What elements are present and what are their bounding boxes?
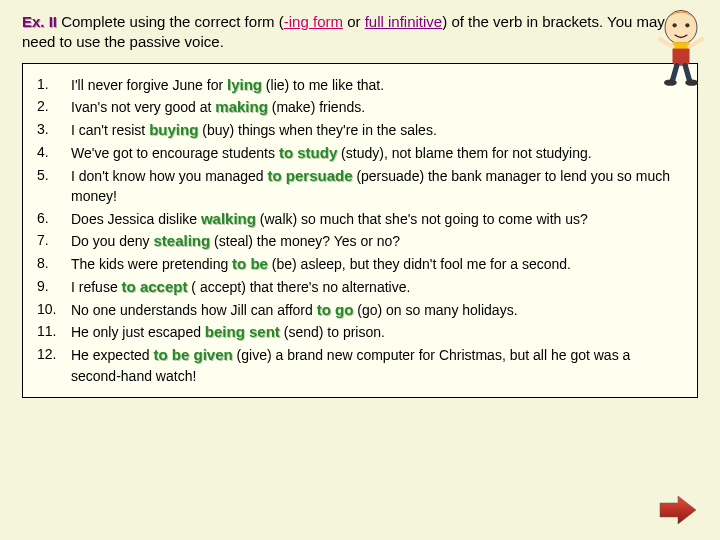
answer: to go <box>317 301 354 318</box>
sentence-post: (lie) to me like that. <box>262 77 384 93</box>
sentence-pre: The kids were pretending <box>71 256 232 272</box>
answer: lying <box>227 76 262 93</box>
item-number: 12. <box>37 344 71 386</box>
answer: to study <box>279 144 337 161</box>
list-item: 10.No one understands how Jill can affor… <box>37 299 683 321</box>
answer: stealing <box>154 232 211 249</box>
sentence-post: (send) to prison. <box>280 324 385 340</box>
list-item: 1.I'll never forgive June for lying (lie… <box>37 74 683 96</box>
instruction-text: Ex. II Complete using the correct form (… <box>22 12 698 53</box>
item-number: 4. <box>37 142 71 164</box>
svg-point-2 <box>685 23 689 27</box>
sentence-post: (steal) the money? Yes or no? <box>210 233 400 249</box>
item-number: 3. <box>37 119 71 141</box>
svg-rect-4 <box>673 42 690 48</box>
answer: being sent <box>205 323 280 340</box>
item-number: 9. <box>37 276 71 298</box>
item-number: 5. <box>37 165 71 207</box>
next-arrow-icon[interactable] <box>658 494 698 526</box>
sentence-pre: I'll never forgive June for <box>71 77 227 93</box>
item-text: No one understands how Jill can afford t… <box>71 299 683 321</box>
list-item: 2.Ivan's not very good at making (make) … <box>37 96 683 118</box>
list-item: 4.We've got to encourage students to stu… <box>37 142 683 164</box>
exercise-label: Ex. II <box>22 13 57 30</box>
item-number: 11. <box>37 321 71 343</box>
answer: to be given <box>154 346 233 363</box>
sentence-pre: I don't know how you managed <box>71 168 267 184</box>
svg-point-0 <box>665 10 697 44</box>
sentence-post: (go) on so many holidays. <box>353 302 517 318</box>
answer: making <box>215 98 268 115</box>
sentence-post: (buy) things when they're in the sales. <box>198 122 436 138</box>
list-item: 5.I don't know how you managed to persua… <box>37 165 683 207</box>
sentence-pre: I refuse <box>71 279 122 295</box>
item-number: 8. <box>37 253 71 275</box>
item-text: We've got to encourage students to study… <box>71 142 683 164</box>
item-number: 1. <box>37 74 71 96</box>
item-text: I can't resist buying (buy) things when … <box>71 119 683 141</box>
sentence-post: (walk) so much that she's not going to c… <box>256 211 588 227</box>
exercise-list: 1.I'll never forgive June for lying (lie… <box>22 63 698 399</box>
sentence-pre: He expected <box>71 347 154 363</box>
answer: to persuade <box>267 167 352 184</box>
ing-form-link: -ing form <box>284 13 343 30</box>
item-text: Does Jessica dislike walking (walk) so m… <box>71 208 683 230</box>
item-number: 2. <box>37 96 71 118</box>
item-text: Do you deny stealing (steal) the money? … <box>71 230 683 252</box>
answer: to accept <box>122 278 188 295</box>
svg-point-9 <box>664 79 677 85</box>
slide-container: Ex. II Complete using the correct form (… <box>0 0 720 410</box>
sentence-pre: Does Jessica dislike <box>71 211 201 227</box>
list-item: 6.Does Jessica dislike walking (walk) so… <box>37 208 683 230</box>
list-item: 3.I can't resist buying (buy) things whe… <box>37 119 683 141</box>
sentence-pre: No one understands how Jill can afford <box>71 302 317 318</box>
sentence-pre: Do you deny <box>71 233 154 249</box>
list-item: 9.I refuse to accept ( accept) that ther… <box>37 276 683 298</box>
list-item: 12.He expected to be given (give) a bran… <box>37 344 683 386</box>
or-text: or <box>343 13 365 30</box>
svg-line-8 <box>685 66 689 81</box>
item-number: 7. <box>37 230 71 252</box>
answer: buying <box>149 121 198 138</box>
instruction-part1: Complete using the correct form ( <box>57 13 284 30</box>
item-text: He only just escaped being sent (send) t… <box>71 321 683 343</box>
item-number: 6. <box>37 208 71 230</box>
sentence-pre: Ivan's not very good at <box>71 99 215 115</box>
svg-marker-11 <box>660 496 696 524</box>
svg-point-10 <box>685 79 698 85</box>
sentence-post: ( accept) that there's no alternative. <box>187 279 410 295</box>
item-text: I don't know how you managed to persuade… <box>71 165 683 207</box>
item-text: Ivan's not very good at making (make) fr… <box>71 96 683 118</box>
sentence-post: (make) friends. <box>268 99 365 115</box>
item-text: He expected to be given (give) a brand n… <box>71 344 683 386</box>
list-item: 8.The kids were pretending to be (be) as… <box>37 253 683 275</box>
sentence-pre: He only just escaped <box>71 324 205 340</box>
item-text: I'll never forgive June for lying (lie) … <box>71 74 683 96</box>
svg-line-7 <box>673 66 677 81</box>
answer: to be <box>232 255 268 272</box>
svg-point-1 <box>673 23 677 27</box>
sentence-post: (study), not blame them for not studying… <box>337 145 591 161</box>
item-number: 10. <box>37 299 71 321</box>
list-item: 7.Do you deny stealing (steal) the money… <box>37 230 683 252</box>
list-item: 11.He only just escaped being sent (send… <box>37 321 683 343</box>
item-text: I refuse to accept ( accept) that there'… <box>71 276 683 298</box>
mascot-icon <box>648 4 714 89</box>
sentence-pre: I can't resist <box>71 122 149 138</box>
answer: walking <box>201 210 256 227</box>
sentence-post: (be) asleep, but they didn't fool me for… <box>268 256 571 272</box>
full-infinitive-link: full infinitive <box>365 13 443 30</box>
item-text: The kids were pretending to be (be) asle… <box>71 253 683 275</box>
sentence-pre: We've got to encourage students <box>71 145 279 161</box>
